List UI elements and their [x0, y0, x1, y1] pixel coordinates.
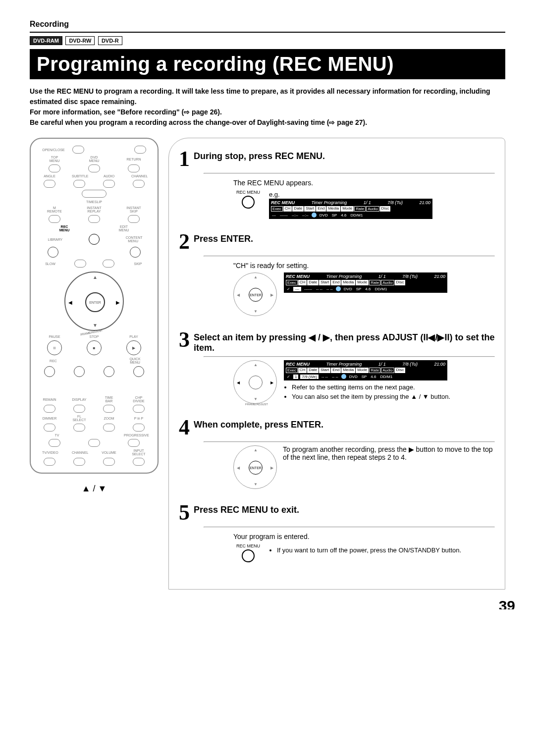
- dpad-down-icon: ▼: [254, 309, 258, 314]
- dpad-left-icon: ◀: [237, 380, 240, 385]
- rmd-time: 21:00: [434, 362, 445, 367]
- col: Media: [341, 280, 355, 285]
- cell: -- --: [315, 287, 323, 291]
- page-ref-arrow-icon: ⇨: [329, 117, 335, 128]
- disc-icon: [312, 213, 317, 217]
- remote-label: PROGRESSIVE: [124, 433, 139, 437]
- col: Audio: [366, 206, 379, 212]
- remote-label: INPUT SELECT: [131, 449, 146, 456]
- remote-label: ZOOM: [102, 417, 116, 420]
- badge-dvdrw: DVD-RW: [65, 36, 95, 45]
- col: CH: [298, 280, 307, 285]
- col: CH: [283, 206, 292, 212]
- remote-label: TV: [50, 433, 64, 437]
- remote-btn: [44, 458, 55, 466]
- dpad-up-icon: ▲: [93, 274, 98, 280]
- eg-label: e.g.: [269, 191, 280, 198]
- rmd-count: 1/ 1: [364, 200, 371, 205]
- col: Exec: [271, 206, 283, 212]
- circle-icon: [242, 549, 255, 562]
- col: Media: [326, 206, 340, 212]
- step-title: During stop, press REC MENU.: [194, 151, 325, 162]
- remote-label: TV/VIDEO: [42, 451, 57, 454]
- step-desc: "CH" is ready for setting.: [233, 262, 495, 270]
- dpad-right-icon: ▶: [270, 466, 273, 470]
- remote-btn: [73, 180, 85, 188]
- cell: SP: [361, 375, 368, 379]
- rmd-logo: REC MENU: [271, 200, 295, 205]
- rec-menu-display: REC MENU Timer Programing 1/ 1 7/8 (Tu) …: [284, 272, 447, 293]
- col: Start: [304, 206, 316, 212]
- dpad-left-icon: ◀: [237, 466, 240, 470]
- rec-menu-button-icon: REC MENU: [233, 543, 263, 562]
- remote-btn: [133, 424, 145, 432]
- col: CH: [298, 368, 307, 373]
- remote-label: DISPLAY: [72, 398, 87, 401]
- remote-label: AUDIO: [102, 174, 116, 178]
- page-number: 39: [499, 597, 515, 609]
- remote-btn: [44, 424, 55, 432]
- remote-btn: [103, 424, 115, 432]
- remote-btn: [73, 405, 85, 413]
- dpad-up-icon: ▲: [254, 275, 258, 279]
- remote-btn: [44, 180, 55, 188]
- col: Exec: [286, 368, 298, 373]
- enter-center: ENTER: [249, 288, 263, 302]
- remote-btn-pause: II: [47, 340, 62, 355]
- remote-btn-timeslip: [82, 190, 107, 198]
- cell: SP: [331, 213, 338, 217]
- remote-label: FL SELECT: [72, 415, 87, 422]
- bullet: Refer to the setting items on the next p…: [292, 383, 450, 391]
- remote-label: CHANNEL: [72, 451, 87, 454]
- remote-label: TIME BAR: [102, 396, 116, 403]
- rmd-time: 21:00: [434, 274, 445, 279]
- remote-btn: [72, 146, 84, 154]
- cell: DVD: [343, 287, 353, 291]
- dpad-right-icon: ▶: [270, 380, 273, 385]
- disc-icon: [341, 374, 346, 379]
- step-number: 5: [179, 502, 190, 524]
- cell-highlight: ---: [293, 287, 301, 291]
- remote-btn: [48, 247, 58, 258]
- intro-line1: Use the REC MENU to program a recording.…: [30, 87, 490, 106]
- cell-highlight: 7/9 (We): [300, 375, 319, 379]
- rmd-heading: Timer Programing: [326, 274, 362, 279]
- step-5: 5 Press REC MENU to exit. Your program i…: [179, 502, 495, 562]
- col: Media: [341, 368, 355, 373]
- col: Start: [319, 280, 330, 285]
- remote-btn: [128, 164, 140, 172]
- remote-label: REMAIN: [42, 398, 57, 401]
- remote-btn-stop: ■: [87, 340, 102, 355]
- rmd-count: 1/ 1: [378, 274, 386, 279]
- col: End: [331, 368, 341, 373]
- remote-btn: [103, 405, 115, 413]
- cell: ---: [271, 213, 277, 217]
- step-title: Press ENTER.: [194, 234, 253, 244]
- remote-btn: [133, 405, 145, 413]
- enter-center: ENTER: [249, 461, 263, 475]
- mini-btn-label: REC MENU: [233, 190, 263, 195]
- remote-btn: [128, 439, 140, 447]
- remote-btn: [103, 180, 115, 188]
- remote-label: TIMESLIP: [86, 200, 102, 204]
- cell: SP: [355, 287, 363, 291]
- remote-label: REC: [46, 359, 61, 363]
- dpad-icon: ▲ ▼ ◀ ▶ FRAME/ADJUST: [233, 360, 278, 405]
- remote-enter: ENTER: [85, 292, 105, 312]
- col: Audio: [381, 280, 394, 285]
- cell: ------: [279, 213, 289, 217]
- intro-line2a: For more information, see "Before record…: [30, 108, 184, 116]
- col: Rate: [369, 368, 380, 373]
- step-number: 1: [179, 148, 190, 170]
- remote-label: VOLUME: [102, 451, 116, 454]
- remote-label-recmenu: REC MENU: [57, 225, 72, 232]
- remote-btn: [49, 164, 60, 172]
- cell: ------: [303, 287, 313, 291]
- remote-label: PAUSE: [47, 335, 62, 338]
- step3-bullets: Refer to the setting items on the next p…: [284, 383, 450, 400]
- dpad-right-icon: ▶: [116, 300, 120, 305]
- col: Mode: [341, 206, 354, 212]
- cell: ✓: [286, 287, 291, 291]
- step5-bullets: If you want to turn off the power, press…: [269, 546, 461, 556]
- remote-btn: [74, 366, 85, 377]
